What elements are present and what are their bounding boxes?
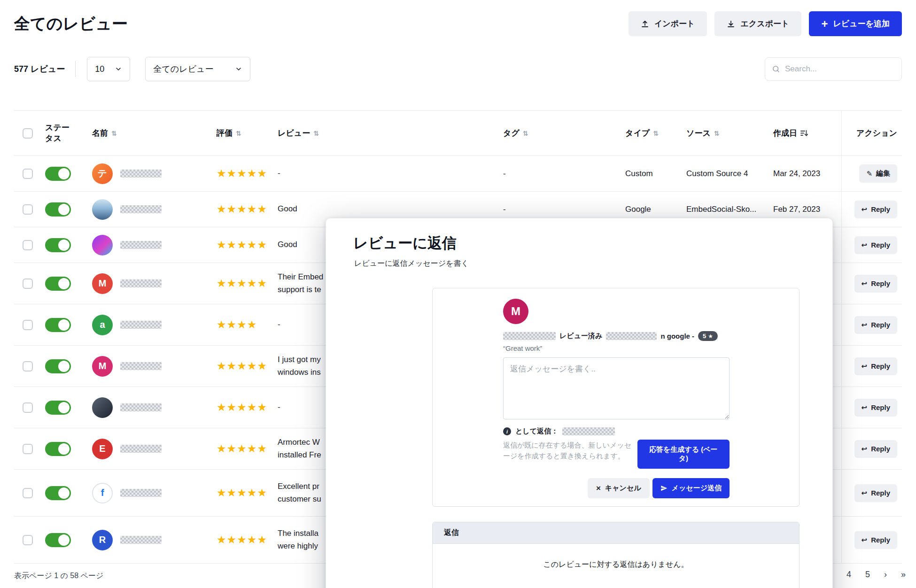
status-toggle[interactable] bbox=[45, 442, 71, 456]
row-checkbox[interactable] bbox=[23, 320, 33, 330]
review-line: Excellent pr bbox=[278, 480, 319, 493]
sort-icon[interactable]: ⇅ bbox=[523, 130, 528, 137]
avatar: R bbox=[92, 530, 113, 550]
redacted-name bbox=[120, 403, 162, 411]
header-type[interactable]: タイプ⇅ bbox=[625, 111, 686, 155]
header-rating[interactable]: 評価⇅ bbox=[217, 111, 278, 155]
redacted-name bbox=[120, 170, 162, 178]
reply-button[interactable]: ↩Reply bbox=[854, 236, 897, 254]
toggle-knob bbox=[58, 487, 70, 499]
status-toggle[interactable] bbox=[45, 202, 71, 217]
reply-message-input[interactable] bbox=[503, 357, 730, 419]
status-toggle[interactable] bbox=[45, 238, 71, 252]
reply-icon: ↩ bbox=[862, 403, 868, 412]
avatar bbox=[92, 235, 113, 255]
header-name[interactable]: 名前⇅ bbox=[92, 111, 217, 155]
status-toggle[interactable] bbox=[45, 359, 71, 373]
reply-button[interactable]: ↩Reply bbox=[854, 531, 897, 549]
header-tag[interactable]: タグ⇅ bbox=[503, 111, 625, 155]
sort-icon[interactable]: ⇅ bbox=[236, 130, 241, 137]
status-cell bbox=[45, 192, 92, 227]
reply-button[interactable]: ↩Reply bbox=[854, 201, 897, 218]
name-cell: R bbox=[92, 517, 217, 563]
sort-icon[interactable]: ⇅ bbox=[653, 130, 659, 137]
status-cell bbox=[45, 517, 92, 563]
reply-button[interactable]: ↩Reply bbox=[854, 440, 897, 458]
sort-icon[interactable]: ⇅ bbox=[714, 130, 720, 137]
status-toggle[interactable] bbox=[45, 277, 71, 291]
row-checkbox[interactable] bbox=[23, 240, 33, 250]
send-message-button[interactable]: メッセージ送信 bbox=[652, 478, 730, 498]
sort-icon[interactable]: ⇅ bbox=[111, 130, 117, 137]
per-page-select[interactable]: 10 bbox=[87, 57, 130, 81]
status-toggle[interactable] bbox=[45, 318, 71, 332]
toggle-knob bbox=[58, 204, 70, 215]
generate-response-button[interactable]: 応答を生成する (ベータ) bbox=[637, 440, 730, 469]
name-cell: テ bbox=[92, 156, 217, 191]
next-page-button[interactable]: › bbox=[884, 570, 887, 580]
redacted-name bbox=[120, 536, 162, 544]
review-line: Armortec W bbox=[278, 436, 320, 449]
checkbox-cell bbox=[14, 346, 45, 387]
header-source[interactable]: ソース⇅ bbox=[686, 111, 773, 155]
sort-icon[interactable]: ⇅ bbox=[313, 130, 319, 137]
search-input[interactable] bbox=[785, 64, 895, 74]
avatar: M bbox=[92, 273, 113, 294]
status-cell bbox=[45, 428, 92, 469]
edit-icon: ✎ bbox=[866, 170, 872, 178]
avatar: M bbox=[92, 356, 113, 377]
chevron-down-icon bbox=[115, 65, 122, 73]
page-4-button[interactable]: 4 bbox=[846, 570, 851, 580]
tag-cell: - bbox=[503, 156, 625, 191]
edit-button[interactable]: ✎編集 bbox=[859, 164, 897, 183]
export-button[interactable]: エクスポート bbox=[714, 11, 801, 36]
sort-desc-icon[interactable] bbox=[800, 130, 808, 137]
close-icon: × bbox=[596, 484, 601, 492]
status-toggle[interactable] bbox=[45, 486, 71, 500]
header-review[interactable]: レビュー⇅ bbox=[278, 111, 503, 155]
edit-button-label: 編集 bbox=[876, 169, 890, 178]
row-checkbox[interactable] bbox=[23, 361, 33, 371]
review-line: The installa bbox=[278, 527, 318, 540]
row-checkbox[interactable] bbox=[23, 279, 33, 289]
checkbox-cell bbox=[14, 387, 45, 428]
reply-button[interactable]: ↩Reply bbox=[854, 357, 897, 375]
reply-card: M レビュー済み n google - 5★ “Great work” i とし… bbox=[432, 288, 800, 507]
row-checkbox[interactable] bbox=[23, 169, 33, 179]
last-page-button[interactable]: » bbox=[901, 570, 906, 580]
status-toggle[interactable] bbox=[45, 533, 71, 547]
review-line: were highly bbox=[278, 540, 318, 552]
status-toggle[interactable] bbox=[45, 401, 71, 415]
import-button[interactable]: インポート bbox=[629, 11, 707, 36]
star-icon: ★ bbox=[708, 333, 713, 340]
created-cell: Mar 24, 2023 bbox=[773, 156, 841, 191]
rating-stars: ★★★★★ bbox=[217, 470, 278, 516]
row-checkbox[interactable] bbox=[23, 204, 33, 215]
add-review-button[interactable]: + レビューを追加 bbox=[809, 11, 902, 36]
page-5-button[interactable]: 5 bbox=[865, 570, 870, 580]
status-toggle[interactable] bbox=[45, 167, 71, 181]
cancel-button[interactable]: ×キャンセル bbox=[588, 478, 650, 498]
reply-button-label: Reply bbox=[871, 445, 890, 453]
row-checkbox[interactable] bbox=[23, 488, 33, 498]
reply-button[interactable]: ↩Reply bbox=[854, 275, 897, 293]
name-cell bbox=[92, 387, 217, 428]
row-checkbox[interactable] bbox=[23, 444, 33, 454]
review-filter-select[interactable]: 全てのレビュー bbox=[145, 57, 250, 81]
row-checkbox[interactable] bbox=[23, 402, 33, 413]
header-created[interactable]: 作成日 bbox=[773, 111, 841, 155]
row-checkbox[interactable] bbox=[23, 535, 33, 545]
status-cell bbox=[45, 156, 92, 191]
name-cell: a bbox=[92, 304, 217, 345]
table-header: ステータス 名前⇅ 評価⇅ レビュー⇅ タグ⇅ タイプ⇅ ソース⇅ 作成日 アク… bbox=[14, 111, 902, 156]
select-all-checkbox[interactable] bbox=[23, 128, 33, 139]
reply-button[interactable]: ↩Reply bbox=[854, 316, 897, 334]
reply-button[interactable]: ↩Reply bbox=[854, 399, 897, 417]
reply-button[interactable]: ↩Reply bbox=[854, 484, 897, 502]
header-action-label: アクション bbox=[856, 128, 897, 139]
import-button-label: インポート bbox=[654, 18, 695, 29]
reply-button-label: Reply bbox=[871, 241, 890, 249]
checkbox-cell bbox=[14, 263, 45, 304]
avatar: f bbox=[92, 483, 113, 503]
redacted-name bbox=[120, 205, 162, 213]
